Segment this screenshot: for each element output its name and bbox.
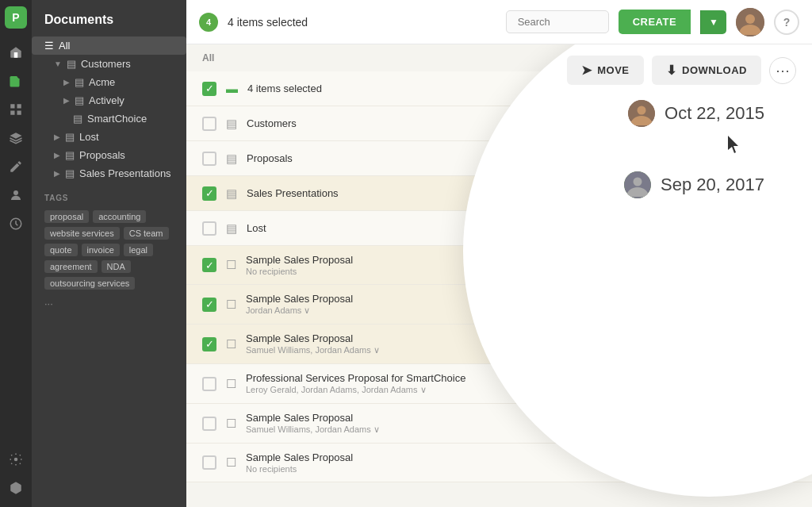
table-row[interactable]: ☐ Sample Sales Proposal No recipients Dr… [186,444,812,482]
nav-home[interactable] [3,40,29,65]
sidebar: Documents ☰ All ▼ ▤ Customers ▶ ▤ Acme ▶… [32,0,186,507]
more-options-button[interactable]: ⋯ [769,57,796,84]
svg-point-23 [718,457,725,463]
status-badge-draft: Draft [659,456,702,469]
file-icon: ☐ [226,337,236,351]
row-checkbox-checked[interactable]: ✓ [202,298,216,312]
nav-user[interactable] [3,182,29,208]
meta-avatar [717,334,737,355]
chevron-right-icon: ▶ [54,133,60,141]
svg-rect-3 [17,111,21,115]
create-dropdown-button[interactable]: ▼ [700,10,726,34]
top-bar: 4 4 items selected CREATE ▼ ? [186,0,812,44]
items-selected-label: 4 items selected [228,16,496,29]
table-row[interactable]: ✓ ▤ Sales Presentations [186,176,812,211]
info-icon: ▬ [226,82,238,95]
user-avatar[interactable] [736,8,764,36]
sidebar-item-customers[interactable]: ▼ ▤ Customers [32,55,186,73]
move-button[interactable]: ➤ MOVE [567,56,644,85]
svg-point-19 [718,378,725,385]
chevron-down-icon: ▼ [54,60,62,68]
action-bar: ➤ MOVE ⬇ DOWNLOAD ⋯ [567,56,796,85]
chevron-right-icon: ▶ [54,169,60,178]
svg-rect-0 [10,104,14,108]
download-button[interactable]: ⬇ DOWNLOAD [652,56,762,85]
move-icon: ➤ [581,63,592,78]
row-name: Sales Presentations [247,187,796,199]
table-row[interactable]: ✓ ☐ Sample Sales Proposal No recipients … [186,246,812,285]
table-row[interactable]: ▤ Lost [186,211,812,246]
help-button[interactable]: ? [774,10,799,35]
more-tags-button[interactable]: ··· [32,293,186,314]
row-checkbox-checked[interactable]: ✓ [202,258,216,272]
svg-point-17 [724,339,730,345]
search-input[interactable] [506,10,609,33]
row-name: Lost [247,222,796,234]
folder-icon: ▤ [65,167,75,179]
row-checkbox[interactable] [202,455,216,470]
table-row[interactable]: ✓ ☐ Sample Sales Proposal Jordan Adams ∨… [186,285,812,325]
row-meta: 41m ago [730,294,796,315]
row-name: Proposals [247,152,796,164]
row-checkbox-checked[interactable]: ✓ [202,186,216,201]
sidebar-item-acme[interactable]: ▶ ▤ Acme [32,73,186,91]
nav-stack[interactable] [3,125,29,151]
row-checkbox[interactable] [202,417,216,431]
tag-quote[interactable]: quote [44,244,78,256]
all-icon: ☰ [44,40,54,52]
row-checkbox-checked[interactable]: ✓ [202,337,216,351]
row-name: Sample Sales Proposal Jordan Adams ∨ [246,293,669,316]
status-badge-draft: Draft [754,259,797,271]
selected-count-badge: 4 [199,13,218,32]
tag-agreement[interactable]: agreement [44,260,98,273]
svg-rect-2 [10,111,14,115]
sidebar-item-actively[interactable]: ▶ ▤ Actively [32,91,186,109]
tag-invoice[interactable]: invoice [82,244,120,256]
file-icon: ☐ [226,455,236,470]
nav-documents[interactable] [3,68,29,94]
sidebar-item-sales-presentations[interactable]: ▶ ▤ Sales Presentations [32,164,186,182]
file-icon: ☐ [226,377,236,391]
folder-icon: ▤ [67,58,76,70]
nav-edit[interactable] [3,154,29,179]
select-all-checkbox[interactable]: ✓ [202,82,216,96]
row-checkbox[interactable] [202,152,216,166]
sidebar-item-smartchoice[interactable]: ▤ SmartChoice [32,109,186,128]
folder-icon: ▤ [226,186,237,201]
row-name: Customers [247,117,796,129]
table-row[interactable]: ▤ Customers [186,106,812,141]
status-badge-viewed: Viewed [665,417,717,430]
sidebar-item-lost[interactable]: ▶ ▤ Lost [32,128,186,146]
tag-cs-team[interactable]: CS team [124,227,169,240]
folder-icon: ▤ [73,113,82,125]
table-row[interactable]: ☐ Sample Sales Proposal Samuel Williams,… [186,404,812,444]
nav-clock[interactable] [3,211,29,236]
row-meta: an hour ago [717,334,796,355]
nav-settings[interactable] [3,447,29,472]
table-row[interactable]: ✓ ☐ Sample Sales Proposal Samuel William… [186,325,812,364]
tag-outsourcing[interactable]: outsourcing services [44,277,135,290]
sidebar-item-all[interactable]: ☰ All [32,36,186,55]
tag-website-services[interactable]: website services [44,227,120,240]
nav-grid[interactable] [3,97,29,122]
tag-proposal[interactable]: proposal [44,210,89,223]
table-row[interactable]: ☐ Professional Services Proposal for Sma… [186,364,812,404]
row-checkbox[interactable] [202,377,216,391]
row-name: Professional Services Proposal for Smart… [246,372,649,395]
sidebar-item-proposals[interactable]: ▶ ▤ Proposals [32,146,186,164]
file-icon: ☐ [226,417,236,431]
nav-box[interactable] [3,475,29,501]
folder-icon: ▤ [226,221,237,236]
create-button[interactable]: CREATE [619,10,691,34]
table-row[interactable]: ▤ Proposals [186,141,812,176]
tag-accounting[interactable]: accounting [93,210,146,223]
meta-avatar [726,413,746,434]
tag-nda[interactable]: NDA [102,260,131,273]
content-wrapper: ➤ MOVE ⬇ DOWNLOAD ⋯ Oct 22, 2015 Sep 20, [186,44,812,507]
main-content: 4 4 items selected CREATE ▼ ? ➤ MOVE ⬇ D… [186,0,812,507]
tag-legal[interactable]: legal [124,244,153,256]
download-label: DOWNLOAD [682,64,747,76]
row-checkbox[interactable] [202,221,216,236]
folder-icon: ▤ [75,94,84,106]
row-checkbox[interactable] [202,117,216,131]
